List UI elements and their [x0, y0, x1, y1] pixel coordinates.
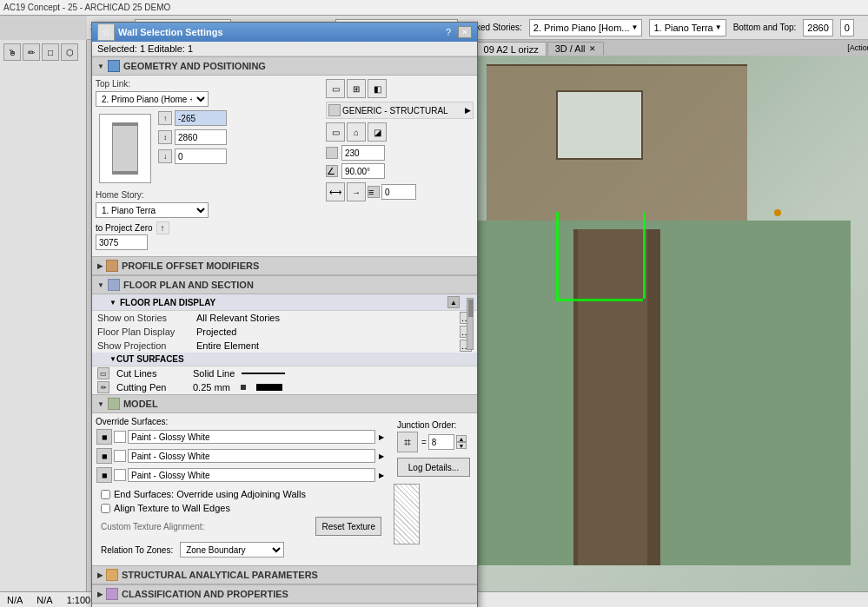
dialog-footer: 🧱 Wall Primary 0.35 - Marzu ▶ Cancel OK: [92, 604, 477, 607]
material-row-1: ◼ Paint - Glossy White ▶: [96, 428, 387, 445]
cutting-pen-row: ✏ Cutting Pen 0.25 mm: [92, 380, 477, 394]
thickness-input[interactable]: [341, 145, 385, 161]
cut-lines-label: Cut Lines: [116, 368, 186, 379]
top-link-label: Top Link:: [96, 79, 165, 89]
chevron-down-icon4: ▼: [715, 23, 722, 31]
junction-input-row: ⌗ = ▲ ▼: [397, 432, 470, 452]
tool-btn-4[interactable]: ⬡: [61, 43, 78, 61]
cut-surfaces-content: ▭ Cut Lines Solid Line ✏ Cutting Pen 0.2…: [92, 366, 477, 394]
show-on-stories-value: All Relevant Stories: [196, 313, 280, 323]
profile-section-header[interactable]: ▶ PROFILE OFFSET MODIFIERS: [92, 256, 477, 275]
relation-zones-label: Relation To Zones:: [101, 545, 173, 555]
material-preview-panel: [394, 484, 420, 544]
material-icon-1: ◼: [96, 429, 112, 445]
cutting-pen-label: Cutting Pen: [116, 382, 186, 393]
top-link-row: Top Link:: [96, 79, 319, 89]
wall-icon-btn-3[interactable]: ◧: [368, 79, 387, 98]
classification-section-label: CLASSIFICATION AND PROPERTIES: [122, 589, 288, 599]
favorite-button[interactable]: ☆: [97, 23, 115, 41]
cut-surfaces-header[interactable]: ▼ CUT SURFACES: [92, 353, 477, 366]
wall-type-btn-3[interactable]: ◪: [368, 122, 387, 142]
linked-selector2[interactable]: 1. Piano Terra ▼: [649, 19, 726, 36]
top-link-select[interactable]: 2. Primo Piano (Home + 1): [96, 91, 209, 107]
cutting-pen-value: 0.25 mm: [193, 382, 230, 393]
linked-selector[interactable]: 2. Primo Piano [Hom... ▼: [529, 19, 643, 36]
dialog-controls: ✕: [458, 26, 472, 38]
geometry-content: Top Link: 2. Primo Piano (Home + 1): [92, 76, 477, 256]
custom-texture-label: Custom Texture Alignment:: [101, 522, 204, 531]
relation-zones-row: Relation To Zones: Zone Boundary: [96, 540, 387, 559]
material-label-3: Paint - Glossy White: [128, 468, 375, 482]
geometry-right: ▭ ⊞ ◧ GENERIC - STRUCTURAL ▶ ▭ ⌂ ◪: [322, 76, 477, 256]
height-mid-input[interactable]: [175, 129, 227, 145]
height-bot-icon: ↓: [158, 149, 172, 163]
tab-09-a2-l-orizz[interactable]: 09 A2 L orizz: [476, 42, 547, 56]
classification-section-header[interactable]: ▶ CLASSIFICATION AND PROPERTIES: [92, 584, 477, 604]
geometry-section-header[interactable]: ▼ GEOMETRY AND POSITIONING: [92, 56, 477, 76]
cad-3d-viewport: [417, 56, 868, 591]
scroll-up-btn[interactable]: ▲: [447, 296, 460, 308]
viewport-tabs: A3 L orizz 09 A2 L orizz 3D / All ✕ [Act…: [417, 40, 868, 56]
wall-icon-btn-2[interactable]: ⊞: [347, 79, 366, 98]
junction-value-input[interactable]: [428, 434, 454, 450]
close-dialog-button[interactable]: ✕: [458, 26, 472, 38]
floor-plan-display-header[interactable]: ▼ FLOOR PLAN DISPLAY ▲: [92, 294, 477, 311]
geometry-left: Top Link: 2. Primo Piano (Home + 1): [92, 76, 322, 256]
home-story-row: Home Story:: [96, 190, 319, 200]
wall-preview: [99, 114, 151, 183]
reset-texture-button[interactable]: Reset Texture: [315, 517, 381, 536]
junction-spin-down[interactable]: ▼: [456, 442, 467, 449]
align-texture-row: Align Texture to Wall Edges: [96, 501, 387, 515]
material-arrow-2[interactable]: ▶: [377, 452, 386, 460]
height-bot-row: ↓: [158, 148, 227, 164]
struct-expand-icon[interactable]: ▶: [465, 106, 471, 115]
scene-wall-top: [487, 64, 747, 66]
structural-section-label: STRUCTURAL ANALYTICAL PARAMETERS: [122, 570, 318, 580]
cut-lines-icon: ▭: [97, 367, 109, 379]
bottom-value-field[interactable]: 2860: [803, 19, 832, 36]
collapse-icon6: ▼: [97, 400, 104, 408]
collapse-icon4: ▼: [109, 299, 116, 307]
angle-input[interactable]: [341, 163, 385, 179]
material-arrow-3[interactable]: ▶: [377, 472, 386, 479]
close-tab-icon[interactable]: ✕: [589, 44, 596, 53]
floor-plan-section-header[interactable]: ▼ FLOOR PLAN AND SECTION: [92, 275, 477, 294]
end-surfaces-checkbox[interactable]: [101, 490, 110, 499]
floor-plan-content: ▼ FLOOR PLAN DISPLAY ▲ Show on Stories A…: [92, 294, 477, 353]
project-zero-input[interactable]: [96, 234, 148, 250]
show-projection-label: Show Projection: [97, 340, 193, 351]
classification-section-icon: [106, 588, 118, 600]
junction-spin-up[interactable]: ▲: [456, 435, 467, 442]
scene-selection-dot: [774, 209, 781, 216]
junction-area: Junction Order: ⌗ = ▲ ▼ Log Details...: [394, 417, 474, 480]
relation-zones-select[interactable]: Zone Boundary: [180, 542, 284, 558]
tool-btn-1[interactable]: 🖱: [3, 43, 21, 61]
ref-line-icon1[interactable]: ⟷: [326, 182, 345, 201]
pen-weight-sample: [241, 385, 246, 390]
height-top-input[interactable]: [175, 110, 227, 126]
model-right: Junction Order: ⌗ = ▲ ▼ Log Details...: [390, 413, 477, 565]
log-details-button[interactable]: Log Details...: [397, 458, 470, 477]
wall-bot-line: [113, 171, 137, 174]
tab-3d-all[interactable]: 3D / All ✕: [547, 42, 604, 56]
ref-line-input[interactable]: [381, 184, 416, 200]
align-texture-checkbox[interactable]: [101, 504, 110, 513]
wall-type-btn-1[interactable]: ▭: [326, 122, 345, 142]
wall-icon-btn-1[interactable]: ▭: [326, 79, 345, 98]
help-button[interactable]: ?: [446, 27, 451, 37]
structural-section-header[interactable]: ▶ STRUCTURAL ANALYTICAL PARAMETERS: [92, 565, 477, 584]
chevron-down-icon3: ▼: [632, 23, 639, 31]
ref-line-icon2[interactable]: →: [347, 182, 366, 201]
model-section-header[interactable]: ▼ MODEL: [92, 394, 477, 413]
tool-btn-2[interactable]: ✏: [23, 43, 40, 61]
home-story-select[interactable]: 1. Piano Terra: [96, 202, 209, 218]
collapse-icon7: ▶: [97, 571, 103, 579]
height-bot-input[interactable]: [175, 148, 227, 164]
action-btn[interactable]: [Action: [851, 40, 868, 56]
wall-type-btn-2[interactable]: ⌂: [347, 122, 366, 142]
scroll-thumb[interactable]: [468, 300, 474, 317]
ref-line-icon3: ≡: [368, 186, 380, 198]
material-arrow-1[interactable]: ▶: [377, 433, 386, 441]
tool-btn-3[interactable]: □: [42, 43, 59, 61]
top-value-field[interactable]: 0: [840, 19, 854, 36]
